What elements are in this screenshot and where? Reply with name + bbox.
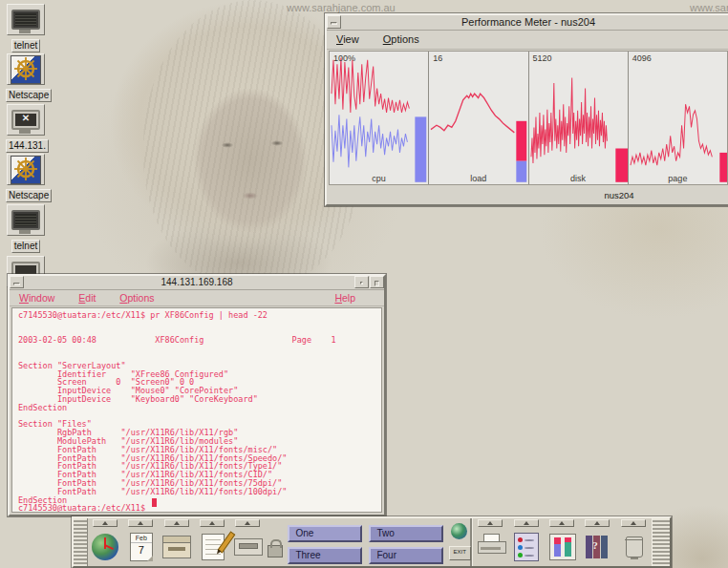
panel-slot-printer[interactable] bbox=[473, 518, 508, 566]
window-title: 144.131.169.168 bbox=[161, 277, 232, 287]
subpanel-tab[interactable] bbox=[549, 519, 574, 527]
page-graph bbox=[629, 52, 727, 184]
maximize-button[interactable] bbox=[370, 276, 384, 288]
printer-icon[interactable] bbox=[478, 538, 504, 556]
subpanel-tab[interactable] bbox=[128, 519, 153, 527]
subpanel-tab[interactable] bbox=[478, 519, 503, 527]
graph-cpu: 100% cpu bbox=[330, 52, 428, 184]
panel-slot-trash[interactable] bbox=[616, 518, 652, 566]
menu-edit[interactable]: Edit bbox=[78, 290, 96, 305]
panel-slot-filemanager[interactable] bbox=[160, 518, 195, 566]
world-clock-icon[interactable] bbox=[92, 534, 118, 560]
up-arrow-icon bbox=[138, 521, 143, 525]
icon-label: Netscape bbox=[6, 189, 52, 202]
busy-light-icon bbox=[451, 523, 467, 539]
subpanel-tab[interactable] bbox=[164, 519, 189, 527]
panel-slot-lock[interactable] bbox=[267, 518, 284, 566]
workspace-button-two[interactable]: Two bbox=[369, 525, 443, 542]
calendar-day: 7 bbox=[131, 543, 152, 557]
desktop-icon-telnet-2[interactable]: telnet bbox=[6, 204, 46, 253]
desktop-icon-netscape[interactable]: Netscape bbox=[6, 53, 46, 102]
cde-front-panel: Feb 7 One Two Three bbox=[72, 516, 672, 568]
trash-icon[interactable] bbox=[626, 536, 643, 557]
icon-label: Netscape bbox=[6, 89, 52, 102]
up-arrow-icon bbox=[174, 521, 180, 525]
disk-graph bbox=[529, 52, 628, 184]
text-editor-icon[interactable] bbox=[202, 534, 225, 560]
desktop-icon-netscape-2[interactable]: Netscape bbox=[6, 154, 46, 202]
terminal-icon[interactable] bbox=[7, 204, 45, 236]
performance-icon[interactable] bbox=[549, 534, 576, 560]
exit-button[interactable]: EXIT bbox=[449, 546, 471, 560]
menu-view[interactable]: View bbox=[336, 31, 359, 49]
subpanel-tab[interactable] bbox=[621, 519, 646, 527]
panel-misc-column: EXIT bbox=[448, 518, 471, 566]
minimize-button[interactable] bbox=[354, 276, 369, 288]
icon-label: telnet bbox=[11, 39, 40, 53]
panel-handle-right[interactable] bbox=[652, 518, 670, 566]
xterm-menubar: Window Edit Options Help bbox=[10, 290, 384, 306]
workspace-button-four[interactable]: Four bbox=[369, 547, 443, 564]
perfmeter-window: Performance Meter - nus204 View Options … bbox=[325, 13, 728, 206]
load-name-label: load bbox=[429, 174, 527, 183]
terminal-icon[interactable] bbox=[7, 4, 45, 35]
question-mark: ? bbox=[592, 539, 598, 551]
desktop-icon-telnet[interactable]: telnet bbox=[6, 4, 46, 53]
terminal-output: c7145530@tuatara:/etc/X11$ pr XF86Config… bbox=[12, 308, 381, 513]
desktop: www.sarahjane.com.au www.sara telnet Net… bbox=[0, 0, 728, 568]
style-manager-icon[interactable] bbox=[514, 533, 539, 561]
perfmeter-host-row: nus204 bbox=[329, 188, 728, 202]
window-menu-button[interactable] bbox=[10, 276, 24, 288]
up-arrow-icon bbox=[559, 521, 565, 525]
up-arrow-icon bbox=[594, 521, 600, 525]
menu-options[interactable]: Options bbox=[119, 290, 154, 305]
panel-slot-help[interactable]: ? bbox=[580, 518, 615, 566]
xterm-window: 144.131.169.168 Window Edit Options Help… bbox=[8, 274, 386, 516]
window-title: Performance Meter - nus204 bbox=[461, 16, 595, 28]
subpanel-tab[interactable] bbox=[200, 519, 225, 527]
disk-name-label: disk bbox=[529, 174, 628, 183]
menu-options[interactable]: Options bbox=[383, 31, 419, 49]
cpu-name-label: cpu bbox=[330, 174, 428, 183]
panel-handle-left[interactable] bbox=[74, 518, 88, 566]
subpanel-tab[interactable] bbox=[93, 519, 118, 527]
calendar-icon[interactable]: Feb 7 bbox=[130, 533, 153, 561]
xterm-terminal-area[interactable]: c7145530@tuatara:/etc/X11$ pr XF86Config… bbox=[11, 307, 382, 513]
up-arrow-icon bbox=[524, 521, 529, 525]
panel-slot-perf[interactable] bbox=[545, 518, 580, 566]
panel-slot-style[interactable] bbox=[509, 518, 545, 566]
panel-slot-clock[interactable] bbox=[88, 518, 123, 566]
subpanel-tab[interactable] bbox=[585, 519, 610, 527]
workspace-switcher: One Two Three Four bbox=[283, 518, 447, 566]
netscape-wheel-icon[interactable] bbox=[7, 53, 45, 85]
file-manager-icon[interactable] bbox=[162, 536, 191, 558]
perfmeter-menubar: View Options bbox=[327, 31, 728, 50]
xterm-icon[interactable]: ✕ bbox=[7, 104, 45, 136]
disk-scale-label: 5120 bbox=[533, 53, 552, 63]
help-books-icon[interactable]: ? bbox=[586, 536, 610, 558]
graph-load: 16 load bbox=[428, 52, 527, 184]
window-menu-button[interactable] bbox=[327, 15, 341, 29]
subpanel-tab[interactable] bbox=[235, 519, 260, 527]
hostname-label: nus204 bbox=[604, 190, 633, 200]
lock-icon[interactable] bbox=[268, 545, 283, 557]
menu-window[interactable]: Window bbox=[19, 290, 54, 305]
up-arrow-icon bbox=[209, 521, 215, 525]
wallpaper-watermark-right: www.sara bbox=[690, 2, 728, 13]
subpanel-tab[interactable] bbox=[514, 519, 539, 527]
load-scale-label: 16 bbox=[433, 53, 442, 63]
page-name-label: page bbox=[629, 174, 727, 183]
desktop-icon-xhost[interactable]: ✕ 144.131. bbox=[6, 104, 46, 153]
panel-slot-editor[interactable] bbox=[195, 518, 230, 566]
menu-help[interactable]: Help bbox=[334, 290, 355, 305]
workspace-button-three[interactable]: Three bbox=[288, 547, 362, 564]
panel-slot-calendar[interactable]: Feb 7 bbox=[123, 518, 159, 566]
xterm-titlebar[interactable]: 144.131.169.168 bbox=[10, 276, 384, 290]
perfmeter-titlebar[interactable]: Performance Meter - nus204 bbox=[327, 15, 728, 31]
mail-icon[interactable] bbox=[234, 538, 263, 556]
panel-slot-mail[interactable] bbox=[230, 518, 266, 566]
netscape-wheel-icon[interactable] bbox=[7, 154, 45, 185]
workspace-button-one[interactable]: One bbox=[288, 525, 362, 542]
up-arrow-icon bbox=[102, 521, 108, 525]
up-arrow-icon bbox=[245, 521, 250, 525]
